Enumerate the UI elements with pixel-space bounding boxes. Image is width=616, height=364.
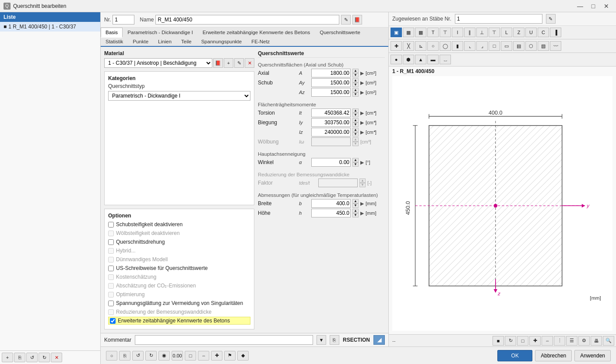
bottom-undo-btn[interactable]: ↺ <box>132 351 144 360</box>
tab-punkte[interactable]: Punkte <box>128 37 153 46</box>
az-arrow[interactable]: ▶ <box>360 90 364 95</box>
az-input[interactable] <box>311 88 351 97</box>
ok-button[interactable]: OK <box>497 350 532 361</box>
querschnittstyp-select[interactable]: Parametrisch - Dickwandige I <box>108 91 250 101</box>
tab-fe-netz[interactable]: FE-Netz <box>246 37 275 46</box>
viz-render-btn[interactable]: ■ <box>493 336 504 346</box>
option-woelb-checkbox[interactable] <box>108 231 114 236</box>
option-hybrid-checkbox[interactable] <box>108 248 114 254</box>
iz-input[interactable] <box>311 128 351 136</box>
shape-oval-btn[interactable]: ◯ <box>440 41 451 51</box>
tab-querschnittswerte[interactable]: Querschnittswerte <box>315 28 365 37</box>
material-edit-btn[interactable]: ✎ <box>234 58 244 68</box>
hoehe-input[interactable] <box>311 209 351 217</box>
breite-up[interactable]: ▲ <box>352 199 359 203</box>
ay-input[interactable] <box>311 78 351 87</box>
bottom-location-btn[interactable]: ◉ <box>158 351 170 360</box>
option-reduzierung-checkbox[interactable] <box>108 309 114 315</box>
breite-down[interactable]: ▼ <box>352 203 359 208</box>
shape-u-btn[interactable]: U <box>525 28 537 37</box>
viz-print-btn[interactable]: 🖶 <box>591 336 602 346</box>
option-us-checkbox[interactable] <box>108 266 114 271</box>
iz-up[interactable]: ▲ <box>352 128 359 132</box>
bottom-zoom-btn[interactable]: 0.00 <box>172 351 183 360</box>
tab-parametrisch[interactable]: Parametrisch - Dickwandige I <box>123 28 198 37</box>
viz-zoom-rect-btn[interactable]: □ <box>517 336 528 346</box>
kommentar-copy-btn[interactable]: ⎘ <box>330 335 339 345</box>
shape-i-btn[interactable]: I <box>452 28 463 37</box>
iy-down[interactable]: ▼ <box>352 122 359 127</box>
name-input[interactable] <box>155 15 339 24</box>
option-optimierung-checkbox[interactable] <box>108 292 114 298</box>
breite-input[interactable] <box>311 199 351 208</box>
kommentar-dropdown-btn[interactable]: ▼ <box>317 335 326 345</box>
material-add-btn[interactable]: + <box>224 58 233 68</box>
sidebar-item-1[interactable]: ■ 1 R_M1 400/450 | 1 - C30/37 <box>0 22 100 32</box>
delete-button[interactable]: ✕ <box>51 353 62 362</box>
winkel-up[interactable]: ▲ <box>352 158 359 162</box>
shape-u2-btn[interactable]: ⎵ <box>440 55 451 64</box>
tab-spannungspunkte[interactable]: Spannungspunkte <box>196 37 246 46</box>
tab-linien[interactable]: Linien <box>153 37 176 46</box>
it-arrow[interactable]: ▶ <box>360 110 364 116</box>
option-spannungs-checkbox[interactable] <box>108 301 114 306</box>
shape-c-btn[interactable]: C <box>538 28 549 37</box>
shape-he-btn[interactable]: ▦ <box>415 28 426 37</box>
shape-circ3-btn[interactable]: ● <box>391 55 402 64</box>
az-down[interactable]: ▼ <box>352 92 359 97</box>
tab-statistik[interactable]: Statistik <box>101 37 128 46</box>
shape-hat-btn[interactable]: ⊥ <box>476 28 488 37</box>
nr-input[interactable] <box>113 15 134 24</box>
material-book-btn[interactable]: 📕 <box>213 58 223 68</box>
viz-table-btn[interactable]: ☰ <box>566 336 577 346</box>
assign-edit-btn[interactable]: ✎ <box>546 14 556 24</box>
viz-settings-btn[interactable]: ⚙ <box>578 336 590 346</box>
winkel-down[interactable]: ▼ <box>352 162 359 167</box>
az-up[interactable]: ▲ <box>352 88 359 92</box>
shape-oval2-btn[interactable]: ▮ <box>452 41 463 51</box>
it-down[interactable]: ▼ <box>352 113 359 117</box>
shape-ll-btn[interactable]: ⊾ <box>415 41 426 51</box>
bottom-extra-btn[interactable]: ◆ <box>237 351 249 360</box>
axial-down[interactable]: ▼ <box>352 73 359 77</box>
option-duenn-checkbox[interactable] <box>108 257 114 262</box>
shape-hbox-btn[interactable]: ▭ <box>501 41 512 51</box>
kommentar-input[interactable] <box>135 335 313 345</box>
shape-t2-btn[interactable]: ⊤ <box>440 28 451 37</box>
tab-erweiterte[interactable]: Erweiterte zeitabhängige Kennwerte des B… <box>198 28 315 37</box>
new-section-button[interactable]: + <box>2 353 13 362</box>
viz-dots-btn[interactable]: ⋮ <box>554 336 565 346</box>
shape-l-btn[interactable]: L <box>501 28 512 37</box>
copy-section-button[interactable]: ⎘ <box>14 353 25 362</box>
shape-rect2-btn[interactable]: ▬ <box>427 55 439 64</box>
bottom-tag-btn[interactable]: ⚑ <box>224 351 236 360</box>
option-abschaetz-checkbox[interactable] <box>108 283 114 289</box>
option-schub-checkbox[interactable] <box>108 222 114 228</box>
abbrechen-button[interactable]: Abbrechen <box>535 350 572 361</box>
shape-hat2-btn[interactable]: ⊤ <box>489 28 500 37</box>
option-querschnitt-checkbox[interactable] <box>108 239 114 245</box>
viz-grid-btn[interactable]: ⎓ <box>542 336 553 346</box>
shape-cross-btn[interactable]: ✚ <box>391 41 402 51</box>
hoehe-arrow[interactable]: ▶ <box>360 210 364 216</box>
axial-up[interactable]: ▲ <box>352 69 359 73</box>
it-up[interactable]: ▲ <box>352 108 359 113</box>
axial-input[interactable] <box>311 69 351 77</box>
breite-arrow[interactable]: ▶ <box>360 201 364 206</box>
it-input[interactable] <box>311 108 351 117</box>
shape-z-btn[interactable]: Z <box>513 28 524 37</box>
iy-up[interactable]: ▲ <box>352 118 359 122</box>
shape-t-btn[interactable]: T <box>427 28 439 37</box>
shape-dbox-btn[interactable]: ▤ <box>513 41 524 51</box>
shape-hex2-btn[interactable]: ⬢ <box>403 55 414 64</box>
shape-circle-btn[interactable]: ○ <box>427 41 439 51</box>
bottom-copy-btn[interactable]: ⎘ <box>119 351 130 360</box>
material-delete-btn[interactable]: ✕ <box>245 58 254 68</box>
minimize-button[interactable]: — <box>574 0 586 12</box>
winkel-arrow[interactable]: ▶ <box>360 160 364 165</box>
iz-arrow[interactable]: ▶ <box>360 130 364 135</box>
bottom-new-btn[interactable]: ○ <box>106 351 117 360</box>
shape-x-btn[interactable]: ╳ <box>403 41 414 51</box>
shape-tri-btn[interactable]: ▲ <box>415 55 426 64</box>
shape-hex-btn[interactable]: ⬡ <box>525 41 537 51</box>
